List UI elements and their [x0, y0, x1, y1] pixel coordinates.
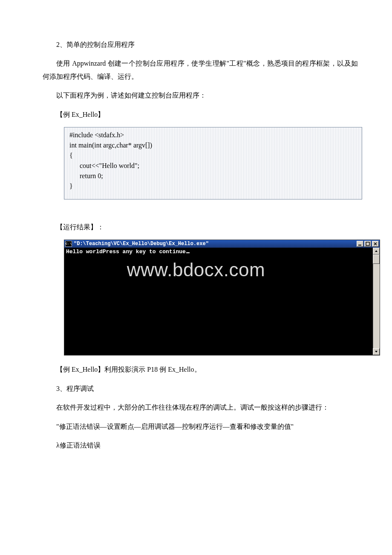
scroll-up-button[interactable] [373, 248, 380, 254]
console-text: Hello worldPress any key to continue [66, 249, 186, 255]
console-output: Hello worldPress any key to continue [64, 248, 373, 355]
document-body-lower: 【运行结果】： C:\ "D:\Teaching\VC\Ex_Hello\Deb… [0, 221, 392, 452]
svg-rect-0 [358, 245, 361, 246]
svg-rect-1 [366, 242, 369, 246]
scroll-down-button[interactable] [373, 348, 380, 355]
paragraph: 以下面程序为例，讲述如何建立控制台应用程序： [43, 89, 358, 102]
paragraph: 使用 Appwinzard 创建一个控制台应用程序，使学生理解"工程"概念，熟悉… [43, 57, 358, 83]
section-heading: 2、简单的控制台应用程序 [43, 38, 358, 51]
example-label: 【例 Ex_Hello】 [43, 108, 358, 121]
scrollbar-vertical[interactable] [373, 248, 380, 355]
paragraph: 【例 Ex_Hello】利用投影演示 P18 例 Ex_Hello。 [43, 363, 358, 376]
cmd-prompt-icon: C:\ [65, 241, 72, 247]
chevron-down-icon [375, 350, 378, 353]
close-icon [373, 242, 378, 246]
scrollbar-track[interactable] [373, 264, 380, 348]
text-cursor [186, 252, 190, 253]
maximize-icon [366, 242, 370, 246]
console-title: "D:\Teaching\VC\Ex_Hello\Debug\Ex_Hello.… [74, 241, 357, 247]
console-window: C:\ "D:\Teaching\VC\Ex_Hello\Debug\Ex_He… [64, 240, 380, 356]
minimize-icon [358, 242, 362, 246]
result-label: 【运行结果】： [43, 221, 358, 234]
document-body: 2、简单的控制台应用程序 使用 Appwinzard 创建一个控制台应用程序，使… [0, 38, 392, 199]
code-block: #include <stdafx.h> int main(int argc,ch… [64, 127, 362, 199]
console-body: Hello worldPress any key to continue [64, 248, 380, 355]
chevron-up-icon [375, 249, 378, 253]
paragraph: λ修正语法错误 [43, 439, 358, 452]
paragraph: 在软件开发过程中，大部分的工作往往体现在程序的调试上。调试一般按这样的步骤进行： [43, 401, 358, 414]
minimize-button[interactable] [357, 241, 363, 247]
scrollbar-thumb[interactable] [373, 254, 380, 264]
close-button[interactable] [372, 241, 379, 247]
window-buttons [357, 241, 379, 247]
maximize-button[interactable] [364, 241, 371, 247]
section-heading: 3、程序调试 [43, 382, 358, 395]
paragraph: "修正语法错误—设置断点—启用调试器—控制程序运行—查看和修改变量的值" [43, 420, 358, 433]
console-titlebar: C:\ "D:\Teaching\VC\Ex_Hello\Debug\Ex_He… [64, 240, 380, 248]
